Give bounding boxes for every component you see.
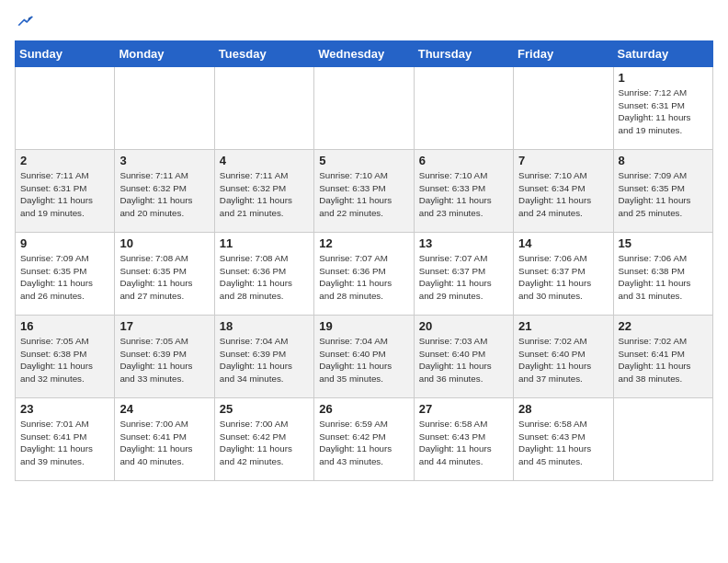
day-number: 15 <box>619 236 708 250</box>
day-cell: 17Sunrise: 7:05 AM Sunset: 6:39 PM Dayli… <box>115 316 214 398</box>
day-detail: Sunrise: 7:01 AM Sunset: 6:41 PM Dayligh… <box>20 418 109 468</box>
day-cell: 19Sunrise: 7:04 AM Sunset: 6:40 PM Dayli… <box>314 316 414 398</box>
day-cell: 23Sunrise: 7:01 AM Sunset: 6:41 PM Dayli… <box>16 398 115 481</box>
day-detail: Sunrise: 7:12 AM Sunset: 6:31 PM Dayligh… <box>619 86 708 137</box>
day-cell: 10Sunrise: 7:08 AM Sunset: 6:35 PM Dayli… <box>115 233 214 316</box>
day-number: 24 <box>119 402 209 416</box>
day-detail: Sunrise: 7:04 AM Sunset: 6:40 PM Dayligh… <box>319 335 408 385</box>
day-number: 22 <box>619 319 708 333</box>
day-detail: Sunrise: 7:05 AM Sunset: 6:39 PM Dayligh… <box>119 335 209 385</box>
day-cell: 24Sunrise: 7:00 AM Sunset: 6:41 PM Dayli… <box>115 398 214 481</box>
day-cell <box>214 67 313 150</box>
day-detail: Sunrise: 6:58 AM Sunset: 6:43 PM Dayligh… <box>419 418 508 468</box>
day-detail: Sunrise: 7:10 AM Sunset: 6:34 PM Dayligh… <box>518 169 608 220</box>
day-detail: Sunrise: 7:09 AM Sunset: 6:35 PM Dayligh… <box>619 169 708 220</box>
day-cell: 27Sunrise: 6:58 AM Sunset: 6:43 PM Dayli… <box>414 398 513 481</box>
calendar-table: SundayMondayTuesdayWednesdayThursdayFrid… <box>15 40 713 481</box>
logo-bird-icon <box>17 15 33 31</box>
day-cell: 15Sunrise: 7:06 AM Sunset: 6:38 PM Dayli… <box>613 233 712 316</box>
day-detail: Sunrise: 7:00 AM Sunset: 6:42 PM Dayligh… <box>220 418 309 468</box>
week-row-5: 23Sunrise: 7:01 AM Sunset: 6:41 PM Dayli… <box>16 398 713 481</box>
day-cell: 16Sunrise: 7:05 AM Sunset: 6:38 PM Dayli… <box>16 316 115 398</box>
logo <box>15 15 33 31</box>
day-detail: Sunrise: 7:07 AM Sunset: 6:37 PM Dayligh… <box>419 252 508 303</box>
day-cell <box>16 67 115 150</box>
day-number: 13 <box>419 236 508 250</box>
day-number: 2 <box>20 154 109 167</box>
day-number: 16 <box>20 319 109 333</box>
day-number: 26 <box>319 402 408 416</box>
day-number: 8 <box>619 154 708 167</box>
day-cell: 1Sunrise: 7:12 AM Sunset: 6:31 PM Daylig… <box>613 67 712 150</box>
weekday-header-row: SundayMondayTuesdayWednesdayThursdayFrid… <box>16 41 713 67</box>
day-cell: 3Sunrise: 7:11 AM Sunset: 6:32 PM Daylig… <box>115 150 214 233</box>
weekday-header-friday: Friday <box>514 41 613 67</box>
day-cell: 7Sunrise: 7:10 AM Sunset: 6:34 PM Daylig… <box>514 150 613 233</box>
day-detail: Sunrise: 7:11 AM Sunset: 6:31 PM Dayligh… <box>20 169 109 220</box>
day-number: 1 <box>619 71 708 85</box>
day-cell <box>613 398 712 481</box>
day-number: 12 <box>319 236 408 250</box>
day-cell: 20Sunrise: 7:03 AM Sunset: 6:40 PM Dayli… <box>414 316 513 398</box>
day-detail: Sunrise: 7:11 AM Sunset: 6:32 PM Dayligh… <box>220 169 309 220</box>
day-number: 28 <box>518 402 608 416</box>
day-cell: 9Sunrise: 7:09 AM Sunset: 6:35 PM Daylig… <box>16 233 115 316</box>
week-row-3: 9Sunrise: 7:09 AM Sunset: 6:35 PM Daylig… <box>16 233 713 316</box>
day-cell: 2Sunrise: 7:11 AM Sunset: 6:31 PM Daylig… <box>16 150 115 233</box>
day-detail: Sunrise: 7:02 AM Sunset: 6:41 PM Dayligh… <box>619 335 708 385</box>
day-detail: Sunrise: 7:00 AM Sunset: 6:41 PM Dayligh… <box>119 418 209 468</box>
day-cell: 13Sunrise: 7:07 AM Sunset: 6:37 PM Dayli… <box>414 233 513 316</box>
day-cell: 21Sunrise: 7:02 AM Sunset: 6:40 PM Dayli… <box>514 316 613 398</box>
day-cell <box>414 67 513 150</box>
day-number: 21 <box>518 319 608 333</box>
header <box>15 15 713 31</box>
day-cell: 18Sunrise: 7:04 AM Sunset: 6:39 PM Dayli… <box>214 316 313 398</box>
day-number: 4 <box>220 154 309 167</box>
day-detail: Sunrise: 7:05 AM Sunset: 6:38 PM Dayligh… <box>20 335 109 385</box>
day-cell <box>314 67 414 150</box>
day-cell: 4Sunrise: 7:11 AM Sunset: 6:32 PM Daylig… <box>214 150 313 233</box>
day-cell: 14Sunrise: 7:06 AM Sunset: 6:37 PM Dayli… <box>514 233 613 316</box>
day-cell: 11Sunrise: 7:08 AM Sunset: 6:36 PM Dayli… <box>214 233 313 316</box>
day-number: 20 <box>419 319 508 333</box>
day-number: 5 <box>319 154 408 167</box>
day-cell: 6Sunrise: 7:10 AM Sunset: 6:33 PM Daylig… <box>414 150 513 233</box>
day-cell <box>514 67 613 150</box>
day-cell: 8Sunrise: 7:09 AM Sunset: 6:35 PM Daylig… <box>613 150 712 233</box>
weekday-header-wednesday: Wednesday <box>314 41 414 67</box>
day-number: 25 <box>220 402 309 416</box>
day-number: 23 <box>20 402 109 416</box>
week-row-4: 16Sunrise: 7:05 AM Sunset: 6:38 PM Dayli… <box>16 316 713 398</box>
day-cell: 25Sunrise: 7:00 AM Sunset: 6:42 PM Dayli… <box>214 398 313 481</box>
weekday-header-tuesday: Tuesday <box>214 41 313 67</box>
day-number: 18 <box>220 319 309 333</box>
weekday-header-sunday: Sunday <box>16 41 115 67</box>
day-number: 10 <box>119 236 209 250</box>
weekday-header-monday: Monday <box>115 41 214 67</box>
day-detail: Sunrise: 7:03 AM Sunset: 6:40 PM Dayligh… <box>419 335 508 385</box>
day-detail: Sunrise: 6:59 AM Sunset: 6:42 PM Dayligh… <box>319 418 408 468</box>
day-number: 14 <box>518 236 608 250</box>
day-detail: Sunrise: 7:08 AM Sunset: 6:36 PM Dayligh… <box>220 252 309 303</box>
day-cell: 22Sunrise: 7:02 AM Sunset: 6:41 PM Dayli… <box>613 316 712 398</box>
week-row-2: 2Sunrise: 7:11 AM Sunset: 6:31 PM Daylig… <box>16 150 713 233</box>
day-detail: Sunrise: 7:10 AM Sunset: 6:33 PM Dayligh… <box>419 169 508 220</box>
day-detail: Sunrise: 7:07 AM Sunset: 6:36 PM Dayligh… <box>319 252 408 303</box>
weekday-header-thursday: Thursday <box>414 41 513 67</box>
day-detail: Sunrise: 7:09 AM Sunset: 6:35 PM Dayligh… <box>20 252 109 303</box>
day-number: 19 <box>319 319 408 333</box>
day-number: 17 <box>119 319 209 333</box>
day-cell: 28Sunrise: 6:58 AM Sunset: 6:43 PM Dayli… <box>514 398 613 481</box>
week-row-1: 1Sunrise: 7:12 AM Sunset: 6:31 PM Daylig… <box>16 67 713 150</box>
day-cell: 5Sunrise: 7:10 AM Sunset: 6:33 PM Daylig… <box>314 150 414 233</box>
day-detail: Sunrise: 7:06 AM Sunset: 6:38 PM Dayligh… <box>619 252 708 303</box>
day-number: 3 <box>119 154 209 167</box>
day-number: 11 <box>220 236 309 250</box>
day-detail: Sunrise: 7:11 AM Sunset: 6:32 PM Dayligh… <box>119 169 209 220</box>
day-detail: Sunrise: 7:08 AM Sunset: 6:35 PM Dayligh… <box>119 252 209 303</box>
day-number: 6 <box>419 154 508 167</box>
day-cell <box>115 67 214 150</box>
day-detail: Sunrise: 7:02 AM Sunset: 6:40 PM Dayligh… <box>518 335 608 385</box>
day-number: 9 <box>20 236 109 250</box>
day-cell: 12Sunrise: 7:07 AM Sunset: 6:36 PM Dayli… <box>314 233 414 316</box>
